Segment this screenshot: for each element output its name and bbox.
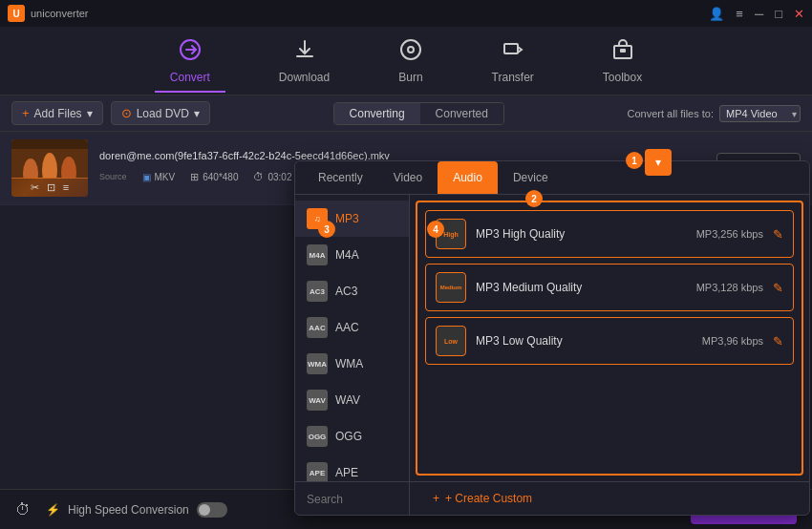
tab-converted[interactable]: Converted <box>420 103 503 124</box>
svg-rect-5 <box>620 49 626 53</box>
titlebar: U uniconverter 👤 ≡ ─ □ ✕ <box>0 0 812 27</box>
crop-icon[interactable]: ⊡ <box>47 181 55 194</box>
high-speed-label: High Speed Conversion <box>68 503 189 517</box>
format-item-ogg[interactable]: OGG OGG <box>295 418 409 455</box>
chevron-down-icon: ▾ <box>655 156 661 169</box>
format-item-aac[interactable]: AAC AAC <box>295 309 409 346</box>
tab-group: Converting Converted <box>333 102 504 125</box>
dropdown-tab-device[interactable]: Device <box>498 161 564 194</box>
ape-icon: APE <box>307 462 328 481</box>
transfer-nav-icon <box>502 38 524 67</box>
badge-3: 3 <box>318 221 335 238</box>
dropdown-tab-recently[interactable]: Recently <box>303 161 378 194</box>
dropdown-body: ♫ MP3 M4A M4A AC3 AC3 AAC AAC WMA WMA WA… <box>295 195 809 481</box>
load-dvd-label: Load DVD <box>137 107 189 120</box>
badge-1: 1 <box>626 152 643 169</box>
minimize-icon[interactable]: ─ <box>755 7 763 21</box>
settings-thumb-icon[interactable]: ≡ <box>63 181 69 194</box>
quality-list: High MP3 High Quality MP3,256 kbps ✎ Med… <box>416 201 803 476</box>
bottom-left: ⏱ ⚡ High Speed Conversion <box>15 501 227 518</box>
format-dropdown: Recently Video Audio Device ♫ MP3 M4A M4… <box>294 160 810 516</box>
thumbnail-image <box>11 139 88 178</box>
nav-item-burn[interactable]: Burn <box>383 31 438 92</box>
wma-icon: WMA <box>307 353 328 374</box>
titlebar-controls: 👤 ≡ ─ □ ✕ <box>709 7 804 21</box>
format-select[interactable]: MP4 Video MKV Video AVI Video MOV Video … <box>719 105 801 122</box>
format-item-m4a[interactable]: M4A M4A <box>295 237 409 273</box>
quality-badge-medium: Medium <box>436 272 466 303</box>
transfer-nav-label: Transfer <box>492 71 534 84</box>
quality-item-high[interactable]: High MP3 High Quality MP3,256 kbps ✎ <box>425 210 794 258</box>
aac-icon: AAC <box>307 317 328 338</box>
badge-2: 2 <box>525 190 543 207</box>
quality-name-high: MP3 High Quality <box>476 227 687 241</box>
scissors-icon[interactable]: ✂ <box>31 181 39 194</box>
nav-item-download[interactable]: Download <box>264 31 345 92</box>
quality-name-low: MP3 Low Quality <box>476 334 693 348</box>
high-speed-toggle[interactable] <box>197 502 227 518</box>
dropdown-tab-video[interactable]: Video <box>378 161 438 194</box>
wav-icon: WAV <box>307 390 328 411</box>
load-dvd-button[interactable]: ⊙ Load DVD ▾ <box>111 101 210 125</box>
convert-nav-label: Convert <box>170 71 210 84</box>
quality-spec-low: MP3,96 kbps <box>702 335 763 347</box>
dropdown-tab-audio[interactable]: Audio <box>438 161 498 194</box>
svg-point-1 <box>401 40 420 59</box>
app-logo: U <box>8 5 25 22</box>
quality-item-medium[interactable]: Medium MP3 Medium Quality MP3,128 kbps ✎ <box>425 264 794 311</box>
thumbnail-controls: ✂ ⊡ ≡ <box>11 179 88 197</box>
convert-all-to-section: Convert all files to: MP4 Video MKV Vide… <box>628 105 801 122</box>
format-list: ♫ MP3 M4A M4A AC3 AC3 AAC AAC WMA WMA WA… <box>295 195 410 481</box>
svg-rect-3 <box>504 44 518 53</box>
quality-spec-medium: MP3,128 kbps <box>696 282 763 293</box>
quality-name-medium: MP3 Medium Quality <box>476 281 687 294</box>
m4a-icon: M4A <box>307 244 328 265</box>
create-custom-label: + Create Custom <box>445 492 532 505</box>
source-resolution: ⊞ 640*480 <box>190 171 238 183</box>
nav-item-convert[interactable]: Convert <box>155 31 225 92</box>
quality-edit-low[interactable]: ✎ <box>773 334 783 349</box>
add-files-chevron: ▾ <box>87 107 93 120</box>
svg-rect-10 <box>11 139 88 149</box>
add-files-button[interactable]: + Add Files ▾ <box>11 101 103 125</box>
titlebar-left: U uniconverter <box>8 5 89 22</box>
tab-converting[interactable]: Converting <box>334 103 420 124</box>
quality-edit-medium[interactable]: ✎ <box>773 281 783 295</box>
format-item-ac3[interactable]: AC3 AC3 <box>295 273 409 309</box>
lightning-icon: ⚡ <box>46 503 60 517</box>
user-icon[interactable]: 👤 <box>709 7 724 21</box>
nav-item-transfer[interactable]: Transfer <box>477 31 549 92</box>
quality-item-low[interactable]: Low MP3 Low Quality MP3,96 kbps ✎ <box>425 317 794 365</box>
format-select-wrap: MP4 Video MKV Video AVI Video MOV Video … <box>719 105 801 122</box>
toolbox-nav-icon <box>611 38 634 67</box>
search-input[interactable] <box>307 493 397 506</box>
maximize-icon[interactable]: □ <box>775 7 782 21</box>
convert-nav-icon <box>179 38 202 67</box>
source-label: Source <box>99 172 127 181</box>
dvd-icon: ⊙ <box>121 106 132 120</box>
badge-4: 4 <box>427 221 444 238</box>
format-item-wma[interactable]: WMA WMA <box>295 346 409 382</box>
create-custom-button[interactable]: + + Create Custom <box>417 484 547 513</box>
format-item-mp3[interactable]: ♫ MP3 <box>295 201 409 237</box>
dropdown-search-bar: + + Create Custom <box>295 481 809 515</box>
top-navigation: Convert Download Burn Transfer <box>0 27 812 95</box>
clock-icon[interactable]: ⏱ <box>15 501 31 518</box>
toolbar: + Add Files ▾ ⊙ Load DVD ▾ Converting Co… <box>0 95 812 132</box>
close-icon[interactable]: ✕ <box>794 7 804 21</box>
nav-item-toolbox[interactable]: Toolbox <box>588 31 657 92</box>
quality-edit-high[interactable]: ✎ <box>773 227 783 242</box>
ac3-icon: AC3 <box>307 281 328 302</box>
convert-all-to-label: Convert all files to: <box>628 108 714 119</box>
format-item-wav[interactable]: WAV WAV <box>295 382 409 418</box>
load-dvd-chevron: ▾ <box>194 107 200 120</box>
add-files-label: Add Files <box>34 107 82 120</box>
high-speed-section: ⚡ High Speed Conversion <box>46 502 227 518</box>
search-left-pane <box>295 482 410 515</box>
burn-nav-label: Burn <box>398 71 422 84</box>
dropdown-expand-button[interactable]: ▾ <box>645 149 672 176</box>
menu-icon[interactable]: ≡ <box>736 7 743 21</box>
ogg-icon: OGG <box>307 426 328 447</box>
format-item-ape[interactable]: APE APE <box>295 455 409 481</box>
source-format: ▣ MKV <box>142 172 176 182</box>
